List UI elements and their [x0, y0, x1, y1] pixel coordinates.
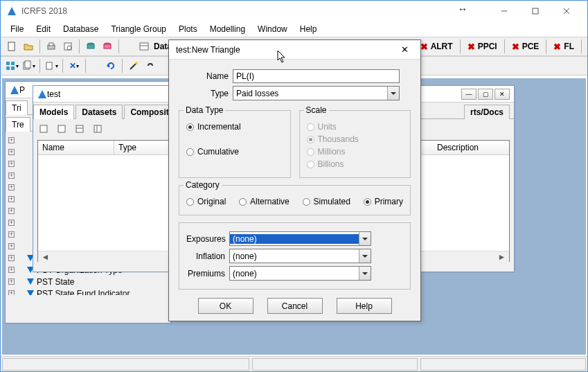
dialog-close-button[interactable]: ✕: [395, 42, 413, 57]
menu-help[interactable]: Help: [294, 23, 323, 35]
svg-rect-2: [533, 8, 538, 14]
tree-expand-icon[interactable]: +: [8, 267, 15, 273]
dialog-title: test:New Triangle: [176, 45, 395, 55]
type-label: Type: [190, 89, 233, 98]
radio-primary[interactable]: Primary: [364, 197, 403, 206]
test-window-title: test: [47, 89, 60, 99]
radio-incremental[interactable]: Incremental: [186, 122, 283, 132]
tab-models[interactable]: Models: [33, 105, 74, 119]
inflation-combo[interactable]: (none): [229, 249, 371, 263]
tree-expand-icon[interactable]: +: [8, 149, 15, 155]
mdi-close[interactable]: ✕: [495, 89, 510, 100]
svg-marker-27: [38, 90, 46, 98]
mini-btn-4[interactable]: [90, 121, 105, 136]
svg-marker-0: [8, 7, 16, 15]
scroll-left-icon[interactable]: ◄: [39, 252, 51, 263]
inflation-label: Inflation: [186, 251, 229, 261]
status-bar: [1, 356, 587, 371]
tree-expand-icon[interactable]: +: [8, 208, 15, 214]
premiums-combo[interactable]: (none): [229, 266, 371, 281]
svg-rect-16: [6, 62, 10, 65]
toolbar-btn-print[interactable]: [44, 39, 59, 54]
close-button[interactable]: [551, 1, 582, 21]
svg-rect-7: [49, 43, 53, 46]
tree-expand-icon[interactable]: +: [8, 278, 15, 285]
chevron-down-icon[interactable]: [359, 267, 371, 280]
tree-window-title: P: [19, 85, 25, 95]
tree-expand-icon[interactable]: +: [8, 196, 15, 202]
menu-triangle-group[interactable]: Triangle Group: [105, 23, 172, 35]
ok-button[interactable]: OK: [198, 298, 253, 314]
svg-rect-30: [76, 125, 83, 132]
chevron-down-icon[interactable]: [359, 232, 371, 245]
menu-database[interactable]: Database: [57, 23, 104, 35]
app-icon: [6, 6, 17, 17]
maximize-button[interactable]: [519, 1, 551, 21]
tb2-btn-delete[interactable]: ✕▾: [66, 58, 82, 73]
tb2-btn-copy[interactable]: ▾: [21, 58, 36, 73]
tree-tab-tri[interactable]: Tri: [6, 100, 28, 115]
tb2-btn-undo[interactable]: [103, 58, 118, 73]
tb2-btn-paste[interactable]: ▾: [44, 58, 59, 73]
menu-plots[interactable]: Plots: [173, 23, 203, 35]
toolbar-btn-ppci[interactable]: ✖PPCI: [463, 40, 501, 53]
tb2-btn-grid[interactable]: ▾: [4, 58, 19, 73]
mini-btn-2[interactable]: [54, 121, 69, 136]
tree-expand-icon[interactable]: +: [8, 137, 15, 143]
help-button[interactable]: Help: [337, 298, 392, 314]
col-type[interactable]: Type: [114, 141, 177, 154]
svg-rect-28: [40, 125, 47, 132]
toolbar-btn-new[interactable]: [4, 39, 19, 54]
tree-item[interactable]: +PST State Fund Indicator: [8, 287, 168, 295]
chevron-down-icon[interactable]: [359, 249, 371, 263]
radio-alternative[interactable]: Alternative: [239, 197, 289, 206]
tree-expand-icon[interactable]: +: [8, 255, 15, 261]
toolbar-btn-preview[interactable]: [60, 39, 75, 54]
tb2-btn-link[interactable]: [143, 58, 158, 73]
radio-cumulative[interactable]: Cumulative: [186, 147, 283, 157]
tb2-btn-wand[interactable]: [126, 58, 141, 73]
menu-modelling[interactable]: Modelling: [204, 23, 251, 35]
category-legend: Category: [184, 180, 222, 190]
exposures-combo[interactable]: (none): [229, 231, 371, 246]
mini-btn-1[interactable]: [36, 121, 51, 136]
col-name[interactable]: Name: [38, 141, 114, 154]
type-combo[interactable]: Paid losses: [233, 86, 400, 100]
chevron-down-icon[interactable]: [387, 87, 399, 100]
toolbar-btn-alrt[interactable]: ✖ALRT: [416, 40, 457, 53]
toolbar-btn-open[interactable]: [21, 39, 36, 54]
tree-expand-icon[interactable]: +: [8, 243, 15, 249]
svg-rect-22: [46, 62, 52, 69]
tree-expand-icon[interactable]: +: [8, 220, 15, 226]
svg-rect-13: [104, 44, 111, 48]
name-input[interactable]: [233, 69, 400, 83]
mdi-minimize[interactable]: —: [461, 89, 476, 100]
tab-rtsdocs[interactable]: rts/Docs: [464, 105, 510, 119]
toolbar-btn-db1[interactable]: [83, 39, 98, 54]
tree-expand-icon[interactable]: +: [8, 172, 15, 179]
tree-tab-tre[interactable]: Tre: [6, 117, 30, 132]
tree-expand-icon[interactable]: +: [8, 184, 15, 191]
minimize-button[interactable]: [488, 1, 519, 21]
menu-window[interactable]: Window: [252, 23, 293, 35]
menu-edit[interactable]: Edit: [30, 23, 56, 35]
cancel-button[interactable]: Cancel: [267, 298, 323, 314]
radio-original[interactable]: Original: [186, 197, 226, 206]
tab-datasets[interactable]: Datasets: [75, 105, 123, 119]
radio-simulated[interactable]: Simulated: [303, 197, 350, 206]
tree-expand-icon[interactable]: +: [8, 161, 15, 167]
scroll-right-icon[interactable]: ►: [496, 252, 508, 263]
triangle-icon: [27, 290, 34, 295]
toolbar-btn-pce[interactable]: ✖PCE: [508, 40, 544, 53]
toolbar-btn-fl[interactable]: ✖FL: [549, 40, 578, 53]
tree-expand-icon[interactable]: +: [8, 290, 15, 295]
tree-item[interactable]: +PST State: [8, 276, 168, 287]
svg-rect-14: [140, 43, 148, 50]
mdi-maximize[interactable]: ▢: [478, 89, 493, 100]
toolbar-btn-db2[interactable]: [100, 39, 115, 54]
mini-btn-3[interactable]: [72, 121, 87, 136]
col-description[interactable]: Description: [433, 141, 509, 154]
toolbar-btn-datab[interactable]: [136, 39, 152, 54]
tree-expand-icon[interactable]: +: [8, 231, 15, 238]
menu-file[interactable]: File: [5, 23, 29, 35]
